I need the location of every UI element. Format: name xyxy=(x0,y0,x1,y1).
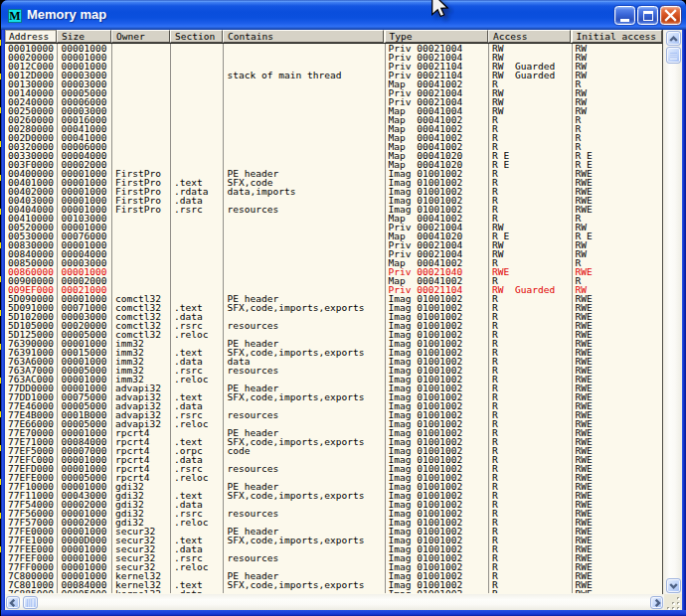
column-header-size[interactable]: Size xyxy=(57,30,111,43)
column-header-address[interactable]: Address xyxy=(5,30,58,43)
screen: M Memory map AddressSizeOwnerSectionCont… xyxy=(0,0,686,616)
column-header-section[interactable]: Section xyxy=(170,30,223,43)
chevron-down-icon xyxy=(667,579,680,592)
memory-map-window: M Memory map AddressSizeOwnerSectionCont… xyxy=(1,0,686,616)
resize-grip[interactable] xyxy=(664,594,683,611)
grid-line xyxy=(170,44,171,593)
column-header-access[interactable]: Access xyxy=(488,30,571,43)
close-button[interactable] xyxy=(660,6,681,25)
resize-grip-icon xyxy=(664,594,683,611)
chevron-up-icon xyxy=(667,33,680,46)
vertical-scrollbar[interactable] xyxy=(664,30,683,594)
column-header-row: AddressSizeOwnerSectionContainsTypeAcces… xyxy=(5,30,663,43)
window-title: Memory map xyxy=(27,7,106,22)
grid-line xyxy=(223,44,224,593)
grid-line xyxy=(488,44,489,593)
horizontal-scrollbar[interactable] xyxy=(5,594,664,610)
thumb-grip xyxy=(27,599,34,607)
scroll-up-button[interactable] xyxy=(666,31,681,46)
scroll-right-button[interactable] xyxy=(650,596,664,610)
minimize-icon xyxy=(620,19,629,22)
column-header-contains[interactable]: Contains xyxy=(223,30,384,43)
column-header-initial-access[interactable]: Initial access xyxy=(572,30,662,43)
maximize-icon xyxy=(643,11,653,22)
scroll-down-button[interactable] xyxy=(666,578,681,593)
column-header-type[interactable]: Type xyxy=(385,30,489,43)
title-bar[interactable]: M Memory map xyxy=(1,0,686,30)
table-rows: 00010000 00001000 Priv 00021004 RW RW 00… xyxy=(5,44,663,593)
memory-map-table: AddressSizeOwnerSectionContainsTypeAcces… xyxy=(5,30,683,611)
grid-line xyxy=(111,44,112,593)
horizontal-scroll-thumb[interactable] xyxy=(23,596,38,610)
window-border-right xyxy=(682,29,686,616)
table-row[interactable]: 7C885000 00005000 kernel32 .data Imag 01… xyxy=(5,589,663,593)
vertical-scroll-thumb[interactable] xyxy=(666,47,681,64)
grid-line xyxy=(572,44,573,593)
chevron-right-icon xyxy=(651,597,663,609)
grid-line xyxy=(385,44,386,593)
chevron-left-icon xyxy=(7,597,19,609)
window-icon: M xyxy=(8,9,22,23)
window-border-bottom xyxy=(1,610,686,616)
grid-line xyxy=(57,44,58,593)
thumb-grip xyxy=(670,53,677,60)
scroll-left-button[interactable] xyxy=(6,596,20,610)
maximize-button[interactable] xyxy=(637,6,658,25)
close-icon xyxy=(661,7,680,24)
minimize-button[interactable] xyxy=(614,6,635,25)
column-header-owner[interactable]: Owner xyxy=(111,30,170,43)
